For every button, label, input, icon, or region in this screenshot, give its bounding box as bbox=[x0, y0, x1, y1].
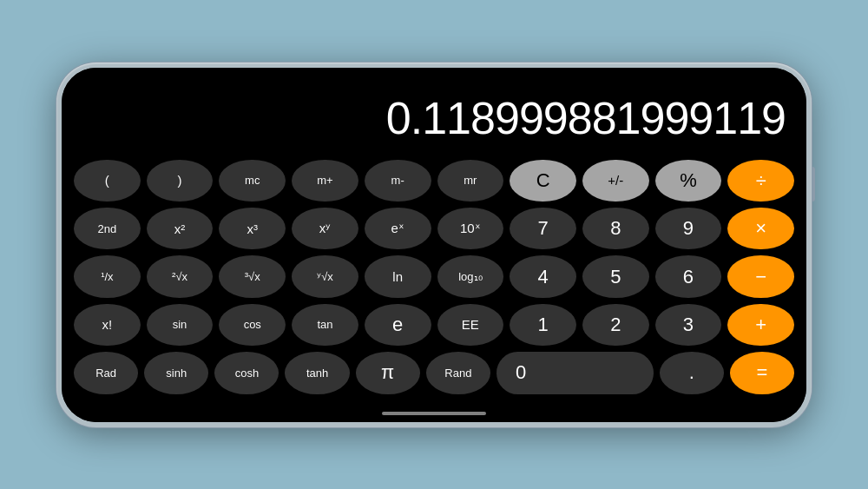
btn-y-root[interactable]: ʸ√x bbox=[292, 255, 358, 297]
btn-close-paren[interactable]: ) bbox=[147, 160, 214, 202]
btn-ln[interactable]: ln bbox=[365, 255, 431, 297]
btn-second[interactable]: 2nd bbox=[74, 208, 141, 249]
btn-log10[interactable]: log₁₀ bbox=[437, 255, 504, 297]
btn-tan[interactable]: tan bbox=[292, 304, 358, 346]
keypad-row-3: x!sincostaneEE123+ bbox=[74, 304, 794, 346]
btn-clear[interactable]: C bbox=[510, 160, 576, 202]
btn-m-minus[interactable]: m- bbox=[365, 160, 431, 202]
btn-divide[interactable]: ÷ bbox=[727, 160, 794, 202]
btn-mc[interactable]: mc bbox=[219, 160, 286, 202]
btn-cube-root[interactable]: ³√x bbox=[219, 255, 286, 297]
btn-subtract[interactable]: − bbox=[727, 255, 794, 297]
keypad-row-4: RadsinhcoshtanhπRand0.= bbox=[74, 352, 794, 393]
btn-e-to-x[interactable]: eˣ bbox=[365, 208, 431, 249]
btn-sin[interactable]: sin bbox=[147, 304, 214, 346]
btn-seven[interactable]: 7 bbox=[510, 208, 576, 249]
btn-sqrt[interactable]: ²√x bbox=[147, 255, 214, 297]
btn-three[interactable]: 3 bbox=[655, 304, 722, 346]
btn-ee[interactable]: EE bbox=[437, 304, 504, 346]
btn-m-plus[interactable]: m+ bbox=[292, 160, 358, 202]
btn-decimal[interactable]: . bbox=[660, 352, 724, 393]
btn-six[interactable]: 6 bbox=[655, 255, 722, 297]
btn-equals[interactable]: = bbox=[730, 352, 794, 393]
home-indicator bbox=[62, 406, 806, 422]
btn-factorial[interactable]: x! bbox=[74, 304, 141, 346]
btn-plus-minus[interactable]: +/- bbox=[582, 160, 649, 202]
btn-tanh[interactable]: tanh bbox=[285, 352, 349, 393]
btn-x-squared[interactable]: x² bbox=[147, 208, 214, 249]
btn-cos[interactable]: cos bbox=[219, 304, 286, 346]
btn-four[interactable]: 4 bbox=[510, 255, 576, 297]
btn-zero[interactable]: 0 bbox=[496, 352, 654, 393]
display-value: 0.118999881999119 bbox=[386, 92, 786, 144]
btn-euler[interactable]: e bbox=[365, 304, 431, 346]
calculator-display: 0.118999881999119 bbox=[62, 68, 806, 155]
btn-add[interactable]: + bbox=[727, 304, 794, 346]
btn-five[interactable]: 5 bbox=[582, 255, 649, 297]
keypad-row-0: ()mcm+m-mrC+/-%÷ bbox=[74, 160, 794, 202]
btn-eight[interactable]: 8 bbox=[582, 208, 649, 249]
btn-x-to-y[interactable]: xʸ bbox=[292, 208, 358, 249]
btn-open-paren[interactable]: ( bbox=[74, 160, 141, 202]
btn-sinh[interactable]: sinh bbox=[144, 352, 208, 393]
btn-one[interactable]: 1 bbox=[510, 304, 576, 346]
btn-x-cubed[interactable]: x³ bbox=[219, 208, 286, 249]
btn-multiply[interactable]: × bbox=[727, 208, 794, 249]
home-bar bbox=[382, 412, 486, 415]
phone-screen: 0.118999881999119 ()mcm+m-mrC+/-%÷2ndx²x… bbox=[62, 68, 806, 422]
btn-nine[interactable]: 9 bbox=[655, 208, 722, 249]
btn-rand[interactable]: Rand bbox=[426, 352, 490, 393]
btn-percent[interactable]: % bbox=[655, 160, 722, 202]
btn-mr[interactable]: mr bbox=[437, 160, 504, 202]
btn-one-over-x[interactable]: ¹/x bbox=[74, 255, 141, 297]
btn-cosh[interactable]: cosh bbox=[214, 352, 279, 393]
keypad: ()mcm+m-mrC+/-%÷2ndx²x³xʸeˣ10ˣ789×¹/x²√x… bbox=[62, 155, 806, 406]
btn-rad[interactable]: Rad bbox=[74, 352, 138, 393]
btn-pi[interactable]: π bbox=[356, 352, 420, 393]
btn-two[interactable]: 2 bbox=[582, 304, 649, 346]
keypad-row-1: 2ndx²x³xʸeˣ10ˣ789× bbox=[74, 208, 794, 249]
phone-frame: 0.118999881999119 ()mcm+m-mrC+/-%÷2ndx²x… bbox=[56, 63, 812, 427]
btn-ten-to-x[interactable]: 10ˣ bbox=[437, 208, 504, 249]
keypad-row-2: ¹/x²√x³√xʸ√xlnlog₁₀456− bbox=[74, 255, 794, 297]
